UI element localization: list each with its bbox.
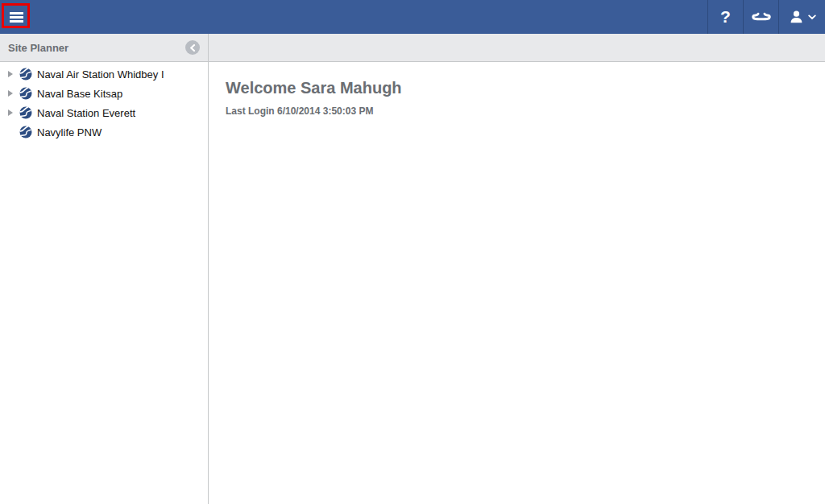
sidebar-header: Site Planner — [0, 34, 208, 62]
chevron-left-icon — [189, 44, 196, 52]
main-panel: Welcome Sara Mahugh Last Login 6/10/2014… — [209, 34, 825, 504]
site-tree: Naval Air Station Whidbey I Naval Bas — [0, 62, 208, 142]
last-login-text: Last Login 6/10/2014 3:50:03 PM — [226, 105, 825, 117]
help-icon: ? — [720, 7, 731, 27]
tree-item[interactable]: Navylife PNW — [0, 122, 208, 142]
tree-item-label: Naval Air Station Whidbey I — [32, 68, 164, 81]
link-button[interactable] — [743, 0, 778, 34]
site-planner-sidebar: Site Planner — [0, 34, 209, 504]
tree-item-label: Navylife PNW — [32, 126, 102, 138]
top-navigation-bar: ? — [0, 0, 825, 34]
expand-arrow-icon[interactable] — [8, 90, 16, 97]
welcome-heading: Welcome Sara Mahugh — [226, 79, 825, 97]
menu-button[interactable] — [0, 0, 32, 34]
globe-icon — [19, 106, 32, 119]
expand-arrow-icon[interactable] — [8, 71, 16, 77]
user-icon — [789, 10, 804, 25]
topbar-spacer — [32, 0, 707, 34]
globe-icon — [19, 68, 32, 81]
main-body: Welcome Sara Mahugh Last Login 6/10/2014… — [209, 62, 825, 117]
content-area: Site Planner — [0, 34, 825, 504]
globe-icon — [19, 87, 32, 100]
globe-icon — [19, 126, 32, 138]
tree-item[interactable]: Naval Air Station Whidbey I — [0, 64, 208, 84]
sidebar-collapse-button[interactable] — [185, 40, 200, 55]
tree-item[interactable]: Naval Base Kitsap — [0, 84, 208, 103]
sidebar-title: Site Planner — [8, 42, 185, 54]
main-header-strip — [209, 34, 825, 62]
help-button[interactable]: ? — [707, 0, 743, 34]
link-icon — [751, 10, 772, 23]
tree-item[interactable]: Naval Station Everett — [0, 103, 208, 122]
tree-item-label: Naval Station Everett — [32, 107, 135, 119]
user-menu-button[interactable] — [778, 0, 825, 34]
chevron-down-icon — [808, 14, 816, 20]
tree-item-label: Naval Base Kitsap — [32, 88, 122, 100]
expand-arrow-icon[interactable] — [8, 109, 16, 116]
